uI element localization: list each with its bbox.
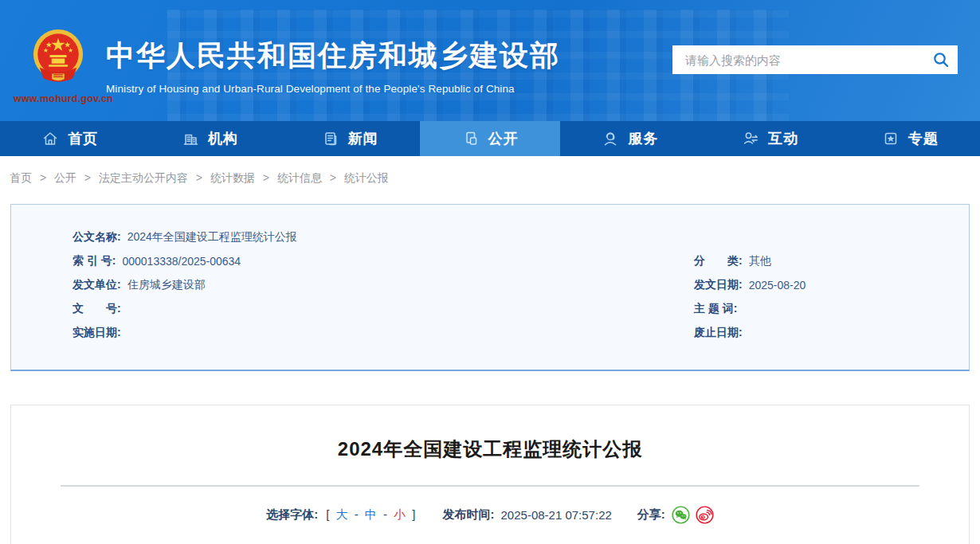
share-label: 分享:: [637, 507, 665, 522]
dash: -: [355, 507, 359, 521]
publish-time-label: 发布时间:: [443, 507, 495, 522]
bracket-open: [: [326, 507, 329, 521]
main-nav: 首页 机构 新闻 公开: [0, 121, 980, 156]
nav-item-service[interactable]: 服务: [560, 121, 700, 156]
issue-date-value: 2025-08-20: [749, 279, 806, 292]
breadcrumb-statistics-data[interactable]: 统计数据: [210, 171, 255, 184]
article-container: 2024年全国建设工程监理统计公报 选择字体: [ 大 - 中 - 小 ] 发布…: [10, 405, 970, 544]
article-divider: [61, 485, 919, 487]
breadcrumb-separator: >: [84, 171, 91, 184]
publish-time-value: 2025-08-21 07:57:22: [501, 508, 612, 522]
font-size-small-button[interactable]: 小: [394, 507, 406, 521]
home-icon: [41, 130, 59, 147]
font-sizer: [ 大 - 中 - 小 ]: [324, 507, 417, 522]
meta-row: 索 引 号: 000013338/2025-00634 分 类: 其他: [73, 249, 969, 273]
wechat-icon[interactable]: [672, 506, 690, 524]
nav-item-label: 专题: [908, 129, 939, 148]
document-name-label: 公文名称:: [73, 230, 121, 245]
category-label: 分 类:: [694, 254, 743, 268]
nav-item-disclosure[interactable]: 公开: [420, 121, 560, 156]
nav-item-label: 互动: [768, 129, 798, 148]
dash: -: [383, 507, 387, 521]
nav-item-label: 首页: [68, 129, 98, 148]
weibo-icon[interactable]: [696, 506, 714, 524]
index-number-label: 索 引 号:: [73, 254, 116, 268]
index-number-value: 000013338/2025-00634: [122, 255, 241, 268]
disclosure-icon: [462, 130, 480, 147]
breadcrumb-separator: >: [263, 171, 269, 184]
font-size-large-button[interactable]: 大: [336, 507, 348, 521]
issuing-unit-value: 住房城乡建设部: [127, 278, 206, 292]
meta-row: 发文单位: 住房城乡建设部 发文日期: 2025-08-20: [73, 273, 969, 297]
publish-time-group: 发布时间: 2025-08-21 07:57:22: [443, 507, 612, 522]
meta-row: 文 号: 主 题 词:: [73, 297, 969, 321]
document-meta-box: 公文名称: 2024年全国建设工程监理统计公报 索 引 号: 000013338…: [10, 204, 970, 371]
font-select-label: 选择字体:: [266, 507, 318, 522]
nav-item-news[interactable]: 新闻: [280, 121, 420, 156]
topics-icon: [882, 130, 900, 147]
site-url: www.mohurd.gov.cn: [14, 93, 113, 104]
document-name-value: 2024年全国建设工程监理统计公报: [127, 230, 297, 245]
breadcrumb-statistics-info[interactable]: 统计信息: [277, 171, 322, 184]
site-title-english: Ministry of Housing and Urban-Rural Deve…: [106, 83, 560, 95]
repeal-date-label: 废止日期:: [694, 326, 743, 340]
site-header: www.mohurd.gov.cn 中华人民共和国住房和城乡建设部 Minist…: [0, 0, 980, 121]
subject-words-label: 主 题 词:: [694, 302, 737, 316]
document-number-label: 文 号:: [73, 302, 121, 316]
magnifier-icon: [932, 51, 950, 68]
breadcrumb-statutory-disclosure[interactable]: 法定主动公开内容: [99, 171, 188, 184]
effective-date-label: 实施日期:: [73, 326, 121, 340]
breadcrumb-separator: >: [330, 171, 336, 184]
site-title-block: 中华人民共和国住房和城乡建设部 Ministry of Housing and …: [106, 37, 560, 95]
share-group: 分享:: [637, 506, 714, 524]
issue-date-label: 发文日期:: [694, 278, 743, 292]
nav-item-label: 机构: [208, 129, 238, 148]
news-icon: [322, 130, 339, 147]
nav-item-home[interactable]: 首页: [0, 121, 140, 156]
site-title-chinese: 中华人民共和国住房和城乡建设部: [106, 37, 560, 76]
service-icon: [602, 130, 619, 147]
nav-item-label: 公开: [488, 129, 519, 148]
nav-item-organization[interactable]: 机构: [140, 121, 280, 156]
nav-item-label: 新闻: [348, 129, 378, 148]
breadcrumb-disclosure[interactable]: 公开: [54, 171, 76, 184]
china-national-emblem-icon: [30, 27, 86, 88]
meta-row-document-name: 公文名称: 2024年全国建设工程监理统计公报: [73, 225, 969, 249]
nav-item-topics[interactable]: 专题: [840, 121, 980, 156]
search-input[interactable]: [672, 45, 958, 74]
organization-icon: [182, 130, 199, 147]
interaction-icon: [742, 130, 759, 147]
nav-item-interaction[interactable]: 互动: [700, 121, 841, 156]
category-value: 其他: [749, 254, 771, 268]
nav-item-label: 服务: [628, 129, 658, 148]
breadcrumb-statistics-bulletin: 统计公报: [344, 171, 389, 184]
breadcrumb-separator: >: [196, 171, 202, 184]
breadcrumb-separator: >: [40, 171, 46, 184]
breadcrumb-home[interactable]: 首页: [10, 171, 32, 184]
article-title: 2024年全国建设工程监理统计公报: [11, 437, 969, 461]
font-size-selector: 选择字体: [ 大 - 中 - 小 ]: [266, 507, 417, 522]
search-box: [672, 45, 958, 74]
breadcrumb: 首页 > 公开 > 法定主动公开内容 > 统计数据 > 统计信息 > 统计公报: [0, 156, 980, 186]
font-size-medium-button[interactable]: 中: [365, 507, 377, 521]
issuing-unit-label: 发文单位:: [73, 278, 121, 292]
article-meta-row: 选择字体: [ 大 - 中 - 小 ] 发布时间: 2025-08-21 07:…: [11, 506, 969, 524]
meta-row: 实施日期: 废止日期:: [73, 321, 969, 345]
bracket-close: ]: [412, 507, 415, 521]
search-button[interactable]: [932, 51, 950, 68]
